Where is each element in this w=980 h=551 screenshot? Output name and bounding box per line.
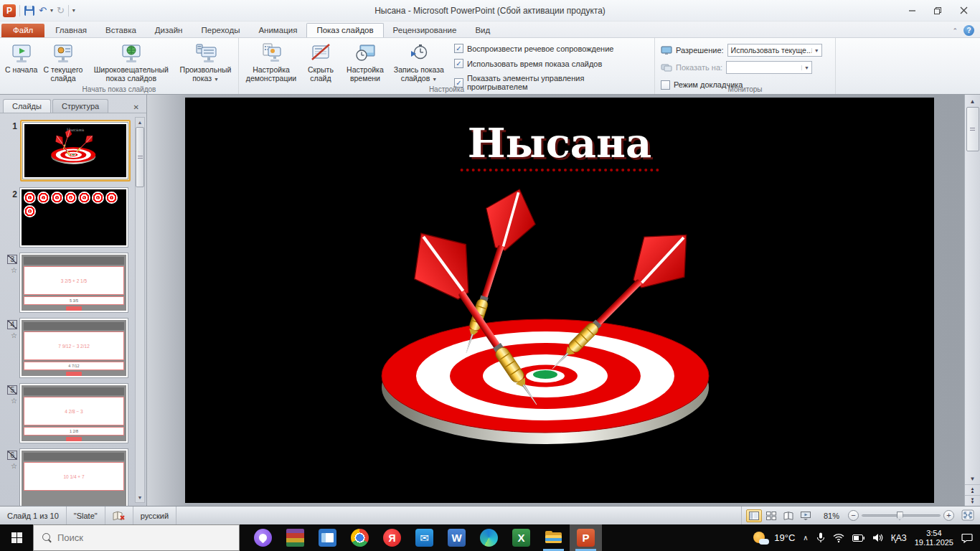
- redo-button[interactable]: [57, 5, 65, 16]
- app-presentation[interactable]: [311, 524, 344, 551]
- slide-3-thumbnail[interactable]: 3 2/5 + 2 1/5 5 3/5: [20, 253, 128, 312]
- tab-slides[interactable]: Слайды: [3, 99, 51, 113]
- slide-counter: Слайд 1 из 10: [0, 507, 67, 524]
- rehearse-timings-button[interactable]: Настройка времени: [341, 39, 390, 84]
- customize-qat-button[interactable]: [72, 7, 75, 14]
- animation-star-icon[interactable]: [11, 397, 17, 405]
- panel-scrollbar[interactable]: [135, 117, 145, 503]
- animation-star-icon[interactable]: [11, 266, 17, 274]
- hide-slide-button[interactable]: Скрыть слайд: [301, 39, 341, 84]
- animation-star-icon[interactable]: [11, 462, 17, 470]
- tray-expand-icon[interactable]: [803, 534, 808, 542]
- notification-icon[interactable]: [961, 533, 973, 543]
- record-slideshow-button[interactable]: Запись показа слайдов: [390, 39, 448, 84]
- undo-button[interactable]: [39, 5, 47, 16]
- broadcast-slideshow-button[interactable]: Широковещательный показ слайдов: [87, 39, 176, 84]
- zoom-slider-thumb[interactable]: [897, 512, 903, 520]
- help-icon[interactable]: [963, 25, 974, 36]
- close-button[interactable]: [951, 4, 976, 18]
- tab-outline[interactable]: Структура: [52, 99, 108, 113]
- custom-slideshow-button[interactable]: Произвольный показ: [176, 39, 235, 84]
- resolution-select[interactable]: Использовать текуще...: [727, 44, 822, 57]
- spellcheck-indicator[interactable]: [105, 507, 133, 524]
- panel-scrollbar-thumb[interactable]: [136, 127, 144, 187]
- app-word[interactable]: W: [440, 524, 473, 551]
- slideshow-view-button[interactable]: [798, 509, 814, 522]
- microphone-icon[interactable]: [816, 532, 825, 543]
- taskbar-search[interactable]: [33, 524, 240, 551]
- dual-monitor-icon: [661, 63, 672, 72]
- language-switcher[interactable]: ҚАЗ: [891, 533, 907, 543]
- close-panel-icon[interactable]: [129, 102, 143, 113]
- search-input[interactable]: [57, 532, 201, 543]
- language-indicator[interactable]: русский: [133, 507, 176, 524]
- checkbox-use-timings[interactable]: Использовать время показа слайдов: [454, 59, 647, 68]
- weather-widget[interactable]: 19°C: [753, 530, 795, 546]
- scroll-up-icon[interactable]: [138, 118, 143, 127]
- scroll-up-icon[interactable]: [970, 95, 976, 107]
- bullseye-icon: 3: [51, 192, 63, 204]
- app-yandex[interactable]: Я: [376, 524, 408, 551]
- app-explorer[interactable]: [537, 524, 570, 551]
- tab-home[interactable]: Главная: [46, 24, 96, 37]
- zoom-out-button[interactable]: [848, 510, 859, 521]
- powerpoint-app-icon[interactable]: [3, 4, 16, 17]
- main-scrollbar[interactable]: [964, 95, 980, 506]
- app-winrar[interactable]: [279, 524, 311, 551]
- speaker-icon[interactable]: [872, 533, 883, 542]
- tab-insert[interactable]: Вставка: [96, 24, 146, 37]
- scroll-down-icon[interactable]: [138, 493, 143, 502]
- zoom-in-button[interactable]: [943, 510, 954, 521]
- slide-title[interactable]: Нысана: [461, 119, 659, 171]
- animation-star-icon[interactable]: [11, 331, 17, 339]
- tab-animations[interactable]: Анимация: [249, 24, 306, 37]
- previous-slide-button[interactable]: [965, 484, 980, 495]
- app-powerpoint[interactable]: P: [570, 524, 602, 551]
- zoom-percent[interactable]: 81%: [818, 512, 845, 520]
- app-chrome[interactable]: [344, 524, 376, 551]
- combo-arrow-icon[interactable]: [801, 65, 811, 70]
- mail-icon: [415, 529, 433, 547]
- app-edge[interactable]: [473, 524, 505, 551]
- slide-sorter-view-button[interactable]: [763, 509, 779, 522]
- app-mail[interactable]: [408, 524, 440, 551]
- fit-to-window-button[interactable]: [961, 509, 974, 522]
- tab-design[interactable]: Дизайн: [146, 24, 192, 37]
- from-current-slide-button[interactable]: С текущего слайда: [39, 39, 86, 84]
- clock[interactable]: 3:54 19.11.2025: [915, 529, 953, 547]
- current-slide[interactable]: Нысана: [185, 98, 934, 503]
- tab-review[interactable]: Рецензирование: [384, 24, 466, 37]
- theme-name[interactable]: "Slate": [67, 507, 105, 524]
- slide-2-thumbnail[interactable]: 1 2 3 4 5 6 7 8: [20, 188, 128, 247]
- thumb-title-band: [24, 257, 124, 265]
- battery-icon[interactable]: [852, 534, 864, 542]
- normal-view-button[interactable]: [746, 509, 762, 522]
- checkbox-play-narrations[interactable]: Воспроизвести речевое сопровождение: [454, 44, 647, 53]
- scroll-down-icon[interactable]: [970, 472, 976, 484]
- main-scrollbar-thumb[interactable]: [966, 107, 979, 151]
- tab-file[interactable]: Файл: [1, 24, 44, 37]
- slide-6-thumbnail[interactable]: 10 1/4 + 7: [20, 449, 128, 506]
- combo-arrow-icon[interactable]: [811, 48, 821, 53]
- minimize-button[interactable]: [900, 4, 924, 18]
- collapse-ribbon-icon[interactable]: [952, 27, 958, 34]
- restore-button[interactable]: [925, 4, 950, 18]
- tab-view[interactable]: Вид: [466, 24, 499, 37]
- tab-slideshow[interactable]: Показ слайдов: [306, 23, 383, 37]
- tab-transitions[interactable]: Переходы: [192, 24, 249, 37]
- slide-4-thumbnail[interactable]: 7 9/12 − 3 2/12 4 7/12: [20, 319, 128, 377]
- from-beginning-button[interactable]: С начала: [3, 39, 39, 75]
- save-icon[interactable]: [24, 5, 35, 17]
- start-button[interactable]: [0, 524, 33, 551]
- slide-5-thumbnail[interactable]: 4 2/8 − 3 1 2/8: [20, 384, 128, 443]
- next-slide-button[interactable]: [965, 495, 980, 506]
- app-excel[interactable]: X: [505, 524, 537, 551]
- wifi-icon[interactable]: [833, 533, 844, 542]
- setup-slideshow-button[interactable]: Настройка демонстрации: [242, 39, 301, 84]
- slide-1-thumbnail[interactable]: Нысана: [23, 123, 128, 179]
- reading-view-button[interactable]: [781, 509, 796, 522]
- undo-dropdown[interactable]: [50, 7, 53, 14]
- app-alice[interactable]: [247, 524, 279, 551]
- zoom-slider[interactable]: [862, 514, 941, 517]
- show-on-select[interactable]: [726, 61, 812, 74]
